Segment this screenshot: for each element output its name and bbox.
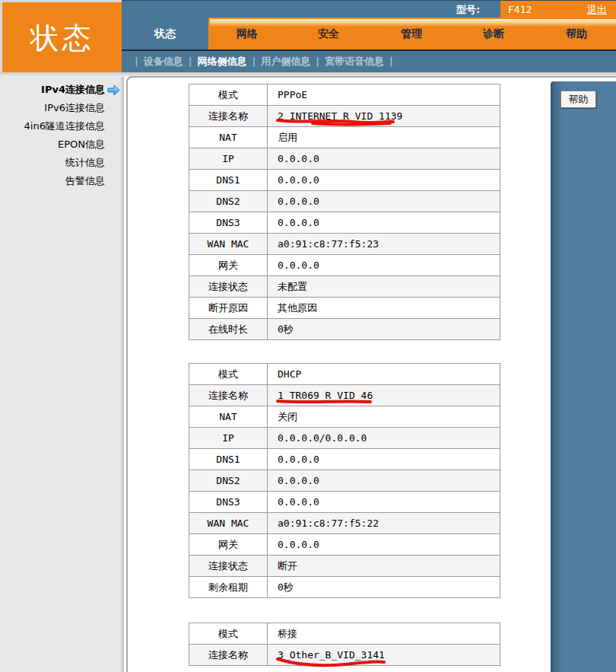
row-value: 3_Other_B_VID_3141 — [268, 645, 500, 666]
row-value: a0:91:c8:77:f5:22 — [268, 513, 500, 534]
subnav-item[interactable]: 设备信息 — [144, 56, 183, 67]
subnav-items: |设备信息|网络侧信息|用户侧信息|宽带语音信息| — [129, 51, 616, 72]
table-row: DNS20.0.0.0 — [189, 470, 500, 492]
row-value: 2_INTERNET_R_VID_1139 — [268, 106, 500, 127]
table-row: DNS30.0.0.0 — [189, 492, 500, 513]
table-row: 网关0.0.0.0 — [189, 255, 500, 276]
row-value: 0秒 — [268, 319, 500, 340]
table-row: 断开原因其他原因 — [189, 298, 500, 319]
row-value: 0.0.0.0/0.0.0.0 — [268, 428, 500, 449]
sidebar-item-label: IPv4连接信息 — [41, 84, 105, 95]
active-arrow-icon — [107, 84, 120, 96]
table-row: 在线时长0秒 — [189, 319, 500, 340]
subnav-separator: | — [252, 56, 256, 67]
table-row: 模式PPPoE — [189, 84, 500, 106]
row-value: DHCP — [268, 364, 500, 385]
sidebar-item-1[interactable]: IPv6连接信息 — [0, 99, 122, 117]
row-value: 桥接 — [268, 623, 500, 645]
row-value: a0:91:c8:77:f5:23 — [268, 234, 500, 255]
row-value: 未配置 — [268, 276, 500, 298]
row-label: DNS3 — [189, 212, 268, 234]
tab-network[interactable]: 网络 — [217, 18, 278, 49]
row-label: DNS1 — [189, 449, 268, 470]
row-label: 模式 — [189, 364, 268, 385]
subnav-separator: | — [389, 56, 393, 67]
sidebar-item-label: EPON信息 — [58, 139, 105, 150]
table-row: DNS10.0.0.0 — [189, 449, 500, 470]
row-label: IP — [189, 428, 268, 449]
table-row: 连接状态未配置 — [189, 276, 500, 298]
row-label: 模式 — [189, 623, 268, 645]
brand-block: 状态 — [0, 0, 122, 72]
table-row: DNS30.0.0.0 — [189, 212, 500, 234]
row-value: 启用 — [268, 127, 500, 148]
table-row: 连接名称1_TR069_R_VID_46 — [189, 385, 500, 406]
row-label: DNS2 — [189, 191, 268, 212]
subnav-item[interactable]: 宽带语音信息 — [325, 56, 384, 67]
row-label: DNS1 — [189, 170, 268, 191]
table-row: WAN MACa0:91:c8:77:f5:23 — [189, 234, 500, 255]
table-row: 连接名称3_Other_B_VID_3141 — [189, 645, 500, 666]
subnav-item[interactable]: 网络侧信息 — [198, 56, 247, 67]
help-button[interactable]: 帮助 — [560, 91, 596, 108]
logout-link[interactable]: 退出 — [587, 3, 607, 17]
row-value: 1_TR069_R_VID_46 — [268, 385, 500, 406]
table-row: WAN MACa0:91:c8:77:f5:22 — [189, 513, 500, 534]
model-label: 型号: — [456, 3, 480, 17]
row-value: 0.0.0.0 — [268, 191, 500, 212]
row-value: 0.0.0.0 — [268, 470, 500, 492]
connection-table-bridge: 模式桥接连接名称3_Other_B_VID_3141 — [189, 623, 500, 666]
tab-management[interactable]: 管理 — [381, 18, 442, 49]
sidebar-item-3[interactable]: EPON信息 — [0, 135, 122, 154]
tab-status[interactable]: 状态 — [122, 18, 208, 49]
row-label: DNS2 — [189, 470, 268, 492]
sidebar-item-0[interactable]: IPv4连接信息 — [0, 81, 122, 99]
row-label: 连接名称 — [189, 106, 268, 127]
row-label: IP — [189, 148, 268, 170]
sidebar-menu: IPv4连接信息IPv6连接信息4in6隧道连接信息EPON信息统计信息告警信息 — [0, 81, 122, 190]
row-label: 在线时长 — [189, 319, 268, 340]
row-value: 其他原因 — [268, 298, 500, 319]
sidebar-item-4[interactable]: 统计信息 — [0, 154, 122, 172]
model-value: F412 — [508, 4, 532, 15]
row-label: 连接状态 — [189, 556, 268, 577]
row-value: 0.0.0.0 — [268, 449, 500, 470]
sidebar-item-5[interactable]: 告警信息 — [0, 172, 122, 190]
row-label: 连接状态 — [189, 276, 268, 298]
row-label: 网关 — [189, 534, 268, 556]
row-value: 断开 — [268, 556, 500, 577]
sidebar-item-label: 告警信息 — [65, 175, 105, 186]
page-title: 状态 — [2, 19, 122, 58]
tab-diagnosis[interactable]: 诊断 — [463, 18, 524, 49]
row-value: 0.0.0.0 — [268, 255, 500, 276]
row-label: NAT — [189, 127, 268, 148]
row-label: NAT — [189, 406, 268, 428]
table-row: 连接状态断开 — [189, 556, 500, 577]
sidebar-item-2[interactable]: 4in6隧道连接信息 — [0, 117, 122, 135]
table-row: DNS10.0.0.0 — [189, 170, 500, 191]
row-label: 网关 — [189, 255, 268, 276]
row-value: 关闭 — [268, 406, 500, 428]
sidebar-item-label: 4in6隧道连接信息 — [24, 120, 105, 132]
table-row: 剩余租期0秒 — [189, 577, 500, 598]
row-value: 0.0.0.0 — [268, 148, 500, 170]
subnav-separator: | — [316, 56, 319, 67]
row-value: 0.0.0.0 — [268, 170, 500, 191]
table-row: 连接名称2_INTERNET_R_VID_1139 — [189, 106, 500, 127]
connection-table-dhcp: 模式DHCP连接名称1_TR069_R_VID_46NAT关闭IP0.0.0.0… — [189, 363, 500, 598]
table-row: 模式桥接 — [189, 623, 500, 645]
help-panel: 帮助 — [551, 81, 616, 672]
router-status-page: 型号: F412 退出 状态 网络 安全 管理 诊断 帮助 |设备信息|网络侧信… — [0, 0, 616, 672]
table-row: NAT关闭 — [189, 406, 500, 428]
table-row: 模式DHCP — [189, 364, 500, 385]
row-label: DNS3 — [189, 492, 268, 513]
subnav-item[interactable]: 用户侧信息 — [261, 56, 310, 67]
row-label: 断开原因 — [189, 298, 268, 319]
sidebar-item-label: 统计信息 — [65, 157, 105, 168]
row-label: WAN MAC — [189, 513, 268, 534]
row-label: 剩余租期 — [189, 577, 268, 598]
row-label: 连接名称 — [189, 645, 268, 666]
tab-help[interactable]: 帮助 — [546, 18, 607, 49]
tab-security[interactable]: 安全 — [298, 18, 359, 49]
title-bar-right: F412 退出 — [500, 1, 616, 18]
